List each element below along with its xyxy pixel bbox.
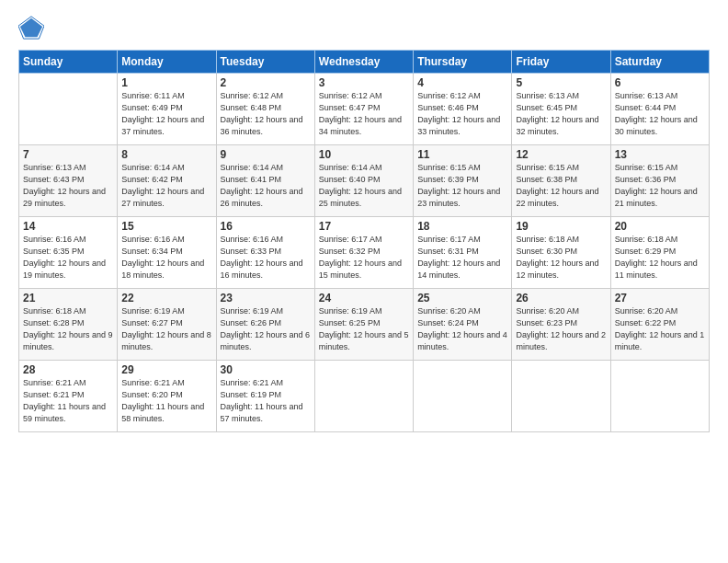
day-number: 28 xyxy=(23,363,113,376)
day-info: Sunrise: 6:20 AMSunset: 6:23 PMDaylight:… xyxy=(516,305,606,353)
calendar-cell: 18 Sunrise: 6:17 AMSunset: 6:31 PMDaylig… xyxy=(414,217,512,289)
day-info: Sunrise: 6:15 AMSunset: 6:39 PMDaylight:… xyxy=(417,162,507,210)
calendar-cell: 14 Sunrise: 6:16 AMSunset: 6:35 PMDaylig… xyxy=(19,217,118,289)
calendar-cell: 19 Sunrise: 6:18 AMSunset: 6:30 PMDaylig… xyxy=(512,217,610,289)
day-info: Sunrise: 6:11 AMSunset: 6:49 PMDaylight:… xyxy=(121,90,211,138)
day-number: 2 xyxy=(221,76,311,89)
svg-marker-0 xyxy=(20,18,42,38)
calendar-cell: 3 Sunrise: 6:12 AMSunset: 6:47 PMDayligh… xyxy=(314,74,413,145)
calendar-cell: 9 Sunrise: 6:14 AMSunset: 6:41 PMDayligh… xyxy=(216,145,314,217)
calendar-cell: 7 Sunrise: 6:13 AMSunset: 6:43 PMDayligh… xyxy=(19,145,118,217)
day-number: 14 xyxy=(23,220,113,233)
day-header-tuesday: Tuesday xyxy=(216,51,314,74)
day-number: 11 xyxy=(417,148,507,161)
calendar-cell: 2 Sunrise: 6:12 AMSunset: 6:48 PMDayligh… xyxy=(216,74,314,145)
calendar-cell: 5 Sunrise: 6:13 AMSunset: 6:45 PMDayligh… xyxy=(512,74,610,145)
day-header-sunday: Sunday xyxy=(19,51,118,74)
day-number: 13 xyxy=(615,148,705,161)
calendar-cell: 10 Sunrise: 6:14 AMSunset: 6:40 PMDaylig… xyxy=(314,145,413,217)
logo xyxy=(18,15,48,40)
calendar-week-1: 1 Sunrise: 6:11 AMSunset: 6:49 PMDayligh… xyxy=(19,74,710,145)
day-number: 3 xyxy=(319,76,409,89)
day-info: Sunrise: 6:16 AMSunset: 6:33 PMDaylight:… xyxy=(221,234,311,282)
day-info: Sunrise: 6:16 AMSunset: 6:35 PMDaylight:… xyxy=(23,234,113,282)
calendar-cell: 26 Sunrise: 6:20 AMSunset: 6:23 PMDaylig… xyxy=(512,289,610,361)
calendar-week-5: 28 Sunrise: 6:21 AMSunset: 6:21 PMDaylig… xyxy=(19,361,710,432)
day-number: 20 xyxy=(615,220,705,233)
day-number: 18 xyxy=(417,220,507,233)
day-number: 16 xyxy=(221,220,311,233)
calendar-cell xyxy=(314,361,413,432)
day-info: Sunrise: 6:15 AMSunset: 6:36 PMDaylight:… xyxy=(615,162,705,210)
calendar-week-3: 14 Sunrise: 6:16 AMSunset: 6:35 PMDaylig… xyxy=(19,217,710,289)
day-info: Sunrise: 6:14 AMSunset: 6:41 PMDaylight:… xyxy=(221,162,311,210)
day-number: 15 xyxy=(121,220,211,233)
calendar-cell: 24 Sunrise: 6:19 AMSunset: 6:25 PMDaylig… xyxy=(314,289,413,361)
calendar-cell: 25 Sunrise: 6:20 AMSunset: 6:24 PMDaylig… xyxy=(414,289,512,361)
day-info: Sunrise: 6:19 AMSunset: 6:25 PMDaylight:… xyxy=(319,305,409,353)
day-info: Sunrise: 6:20 AMSunset: 6:24 PMDaylight:… xyxy=(417,305,507,353)
calendar-cell: 1 Sunrise: 6:11 AMSunset: 6:49 PMDayligh… xyxy=(118,74,216,145)
day-header-wednesday: Wednesday xyxy=(314,51,413,74)
day-info: Sunrise: 6:19 AMSunset: 6:26 PMDaylight:… xyxy=(221,305,311,353)
day-header-thursday: Thursday xyxy=(414,51,512,74)
calendar-header-row: SundayMondayTuesdayWednesdayThursdayFrid… xyxy=(19,51,710,74)
day-number: 22 xyxy=(121,292,211,304)
day-info: Sunrise: 6:13 AMSunset: 6:44 PMDaylight:… xyxy=(615,90,705,138)
day-number: 9 xyxy=(221,148,311,161)
day-number: 27 xyxy=(615,292,705,304)
day-info: Sunrise: 6:17 AMSunset: 6:31 PMDaylight:… xyxy=(417,234,507,282)
calendar-cell: 12 Sunrise: 6:15 AMSunset: 6:38 PMDaylig… xyxy=(512,145,610,217)
calendar-cell: 17 Sunrise: 6:17 AMSunset: 6:32 PMDaylig… xyxy=(314,217,413,289)
calendar-cell: 13 Sunrise: 6:15 AMSunset: 6:36 PMDaylig… xyxy=(610,145,709,217)
day-number: 5 xyxy=(516,76,606,89)
day-number: 23 xyxy=(221,292,311,304)
day-info: Sunrise: 6:12 AMSunset: 6:48 PMDaylight:… xyxy=(221,90,311,138)
calendar-cell xyxy=(512,361,610,432)
calendar-cell: 4 Sunrise: 6:12 AMSunset: 6:46 PMDayligh… xyxy=(414,74,512,145)
day-info: Sunrise: 6:15 AMSunset: 6:38 PMDaylight:… xyxy=(516,162,606,210)
page-header xyxy=(18,15,710,40)
day-number: 10 xyxy=(319,148,409,161)
calendar-cell: 22 Sunrise: 6:19 AMSunset: 6:27 PMDaylig… xyxy=(118,289,216,361)
day-number: 30 xyxy=(221,363,311,376)
calendar-cell: 21 Sunrise: 6:18 AMSunset: 6:28 PMDaylig… xyxy=(19,289,118,361)
day-header-friday: Friday xyxy=(512,51,610,74)
day-info: Sunrise: 6:13 AMSunset: 6:45 PMDaylight:… xyxy=(516,90,606,138)
calendar-cell xyxy=(610,361,709,432)
day-number: 29 xyxy=(121,363,211,376)
day-info: Sunrise: 6:20 AMSunset: 6:22 PMDaylight:… xyxy=(615,305,705,353)
calendar-cell: 29 Sunrise: 6:21 AMSunset: 6:20 PMDaylig… xyxy=(118,361,216,432)
calendar-cell: 8 Sunrise: 6:14 AMSunset: 6:42 PMDayligh… xyxy=(118,145,216,217)
day-number: 25 xyxy=(417,292,507,304)
day-number: 4 xyxy=(417,76,507,89)
day-number: 17 xyxy=(319,220,409,233)
day-info: Sunrise: 6:12 AMSunset: 6:46 PMDaylight:… xyxy=(417,90,507,138)
calendar-cell: 27 Sunrise: 6:20 AMSunset: 6:22 PMDaylig… xyxy=(610,289,709,361)
logo-icon xyxy=(18,15,44,40)
day-info: Sunrise: 6:21 AMSunset: 6:19 PMDaylight:… xyxy=(221,377,311,425)
day-info: Sunrise: 6:19 AMSunset: 6:27 PMDaylight:… xyxy=(121,305,211,353)
day-info: Sunrise: 6:16 AMSunset: 6:34 PMDaylight:… xyxy=(121,234,211,282)
day-number: 24 xyxy=(319,292,409,304)
day-number: 21 xyxy=(23,292,113,304)
day-number: 6 xyxy=(615,76,705,89)
day-number: 12 xyxy=(516,148,606,161)
calendar-cell: 6 Sunrise: 6:13 AMSunset: 6:44 PMDayligh… xyxy=(610,74,709,145)
day-number: 1 xyxy=(121,76,211,89)
calendar-table: SundayMondayTuesdayWednesdayThursdayFrid… xyxy=(18,50,710,432)
day-info: Sunrise: 6:18 AMSunset: 6:30 PMDaylight:… xyxy=(516,234,606,282)
calendar-cell xyxy=(414,361,512,432)
day-number: 19 xyxy=(516,220,606,233)
day-info: Sunrise: 6:17 AMSunset: 6:32 PMDaylight:… xyxy=(319,234,409,282)
day-header-saturday: Saturday xyxy=(610,51,709,74)
day-number: 7 xyxy=(23,148,113,161)
calendar-cell xyxy=(19,74,118,145)
day-number: 8 xyxy=(121,148,211,161)
day-number: 26 xyxy=(516,292,606,304)
calendar-week-4: 21 Sunrise: 6:18 AMSunset: 6:28 PMDaylig… xyxy=(19,289,710,361)
calendar-cell: 11 Sunrise: 6:15 AMSunset: 6:39 PMDaylig… xyxy=(414,145,512,217)
day-info: Sunrise: 6:14 AMSunset: 6:42 PMDaylight:… xyxy=(121,162,211,210)
calendar-cell: 15 Sunrise: 6:16 AMSunset: 6:34 PMDaylig… xyxy=(118,217,216,289)
calendar-cell: 30 Sunrise: 6:21 AMSunset: 6:19 PMDaylig… xyxy=(216,361,314,432)
